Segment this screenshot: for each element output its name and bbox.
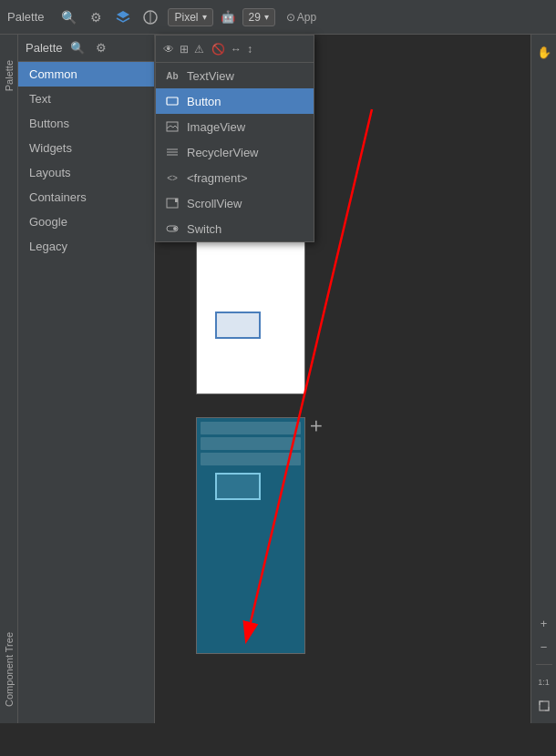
api-label: 29	[249, 11, 261, 24]
palette-item-text[interactable]: Text	[18, 87, 154, 111]
svg-rect-3	[167, 97, 178, 105]
chevron-down-icon: ▾	[202, 12, 207, 22]
textview-icon: Ab	[165, 68, 180, 83]
preview-dark-rows	[197, 418, 304, 472]
dropdown-hresize-icon[interactable]: ↔	[231, 43, 242, 56]
palette-header: Palette 🔍 ⚙	[18, 35, 154, 62]
preview-dark-inner	[197, 418, 304, 653]
palette-item-widgets[interactable]: Widgets	[18, 136, 154, 160]
diagonal-indicator: ✕	[305, 415, 326, 436]
preview-dark-panel	[196, 417, 305, 654]
button-icon	[165, 94, 180, 108]
palette-tab-label[interactable]: Palette	[2, 53, 16, 98]
common-dropdown-menu: 👁 ⊞ ⚠ 🚫 ↔ ↕ Ab TextView Button ImageView	[155, 35, 314, 242]
dropdown-item-fragment[interactable]: <> <fragment>	[156, 165, 314, 190]
palette-side-tab: Palette Component Tree	[0, 35, 18, 723]
recyclerview-icon	[165, 145, 180, 159]
preview-dark-row-2	[201, 437, 301, 450]
svg-marker-0	[117, 11, 129, 18]
dropdown-item-recyclerview[interactable]: RecyclerView	[156, 139, 314, 165]
palette-gear-icon[interactable]: ⚙	[93, 40, 109, 56]
palette-search-icon[interactable]: 🔍	[69, 40, 86, 56]
api-selector[interactable]: 29 ▾	[242, 8, 275, 26]
dropdown-item-switch[interactable]: Switch	[156, 216, 314, 241]
dropdown-no-icon[interactable]: 🚫	[211, 43, 225, 56]
android-icon[interactable]	[140, 7, 160, 27]
device-selector[interactable]: Pixel ▾	[168, 8, 212, 26]
app-label: App	[297, 11, 316, 24]
main-layout: Palette Component Tree Palette 🔍 ⚙ Commo…	[0, 35, 556, 723]
fit-ratio-button[interactable]: 1:1	[534, 672, 554, 692]
svg-rect-14	[540, 701, 549, 710]
preview-dark-row-3	[201, 453, 301, 465]
palette-item-containers[interactable]: Containers	[18, 185, 154, 209]
preview-selected-box	[215, 312, 261, 339]
layer-icon[interactable]	[113, 7, 133, 27]
right-toolbar: ✋ + − 1:1	[530, 35, 556, 723]
right-toolbar-divider	[536, 664, 552, 665]
component-tree-tab-label[interactable]: Component Tree	[2, 625, 16, 714]
palette-item-common[interactable]: Common	[18, 62, 154, 87]
search-icon[interactable]: 🔍	[58, 7, 78, 27]
switch-icon	[165, 221, 180, 236]
palette-label: Palette	[7, 10, 44, 24]
device-label: Pixel	[174, 11, 198, 24]
dropdown-item-textview[interactable]: Ab TextView	[156, 63, 314, 88]
dropdown-eye-icon[interactable]: 👁	[163, 43, 174, 56]
expand-button[interactable]	[534, 696, 554, 716]
api-chevron-icon: ▾	[264, 12, 269, 22]
palette-title: Palette	[26, 41, 62, 55]
dropdown-vresize-icon[interactable]: ↕	[247, 43, 252, 56]
palette-item-google[interactable]: Google	[18, 209, 154, 234]
dropdown-item-button[interactable]: Button	[156, 88, 314, 114]
top-toolbar: Palette 🔍 ⚙ Pixel ▾ 🤖 29 ▾ ⊙ App	[0, 0, 556, 35]
fragment-icon: <>	[165, 170, 180, 185]
palette-panel: Palette 🔍 ⚙ Common Text Buttons Widgets …	[18, 35, 155, 723]
palette-item-layouts[interactable]: Layouts	[18, 160, 154, 185]
dropdown-warn-icon[interactable]: ⚠	[194, 43, 204, 56]
zoom-out-button[interactable]: −	[534, 637, 554, 657]
scrollview-icon	[165, 196, 180, 210]
hand-tool-button[interactable]: ✋	[534, 42, 554, 62]
dropdown-item-imageview[interactable]: ImageView	[156, 114, 314, 139]
palette-item-buttons[interactable]: Buttons	[18, 111, 154, 136]
palette-category-list: Common Text Buttons Widgets Layouts Cont…	[18, 62, 154, 723]
imageview-icon	[165, 119, 180, 134]
svg-point-11	[173, 227, 177, 230]
palette-item-legacy[interactable]: Legacy	[18, 234, 154, 259]
gear-icon[interactable]: ⚙	[86, 7, 106, 27]
zoom-in-button[interactable]: +	[534, 613, 554, 633]
dropdown-grid-icon[interactable]: ⊞	[180, 43, 189, 56]
svg-rect-9	[175, 199, 178, 202]
preview-dark-selected-box	[215, 473, 261, 500]
preview-dark-row-1	[201, 422, 301, 434]
dropdown-item-scrollview[interactable]: ScrollView	[156, 190, 314, 216]
